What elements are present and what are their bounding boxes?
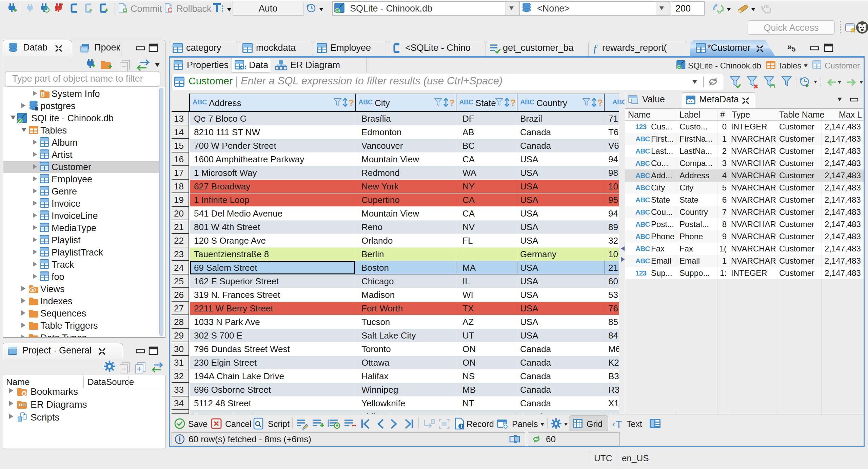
svg-text:T: T [616,419,622,430]
svg-text:f: f [593,43,598,54]
svg-text:‹: ‹ [612,419,615,429]
